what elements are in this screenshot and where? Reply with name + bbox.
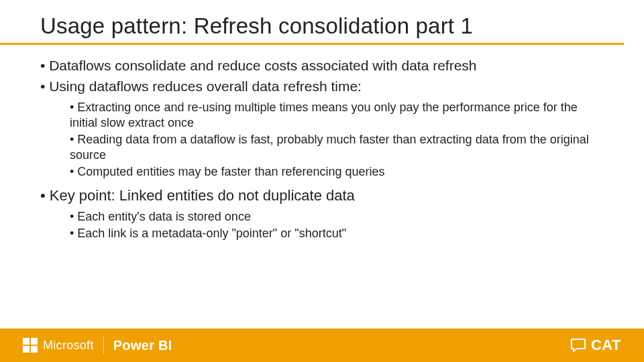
footer-divider [103,337,104,354]
microsoft-logo: Microsoft [23,338,94,353]
bullet-text: Dataflows consolidate and reduce costs a… [49,58,476,73]
bullet-item-keypoint: Key point: Linked entities do not duplic… [40,186,604,241]
bullet-text: Key point: Linked entities do not duplic… [50,187,355,204]
chat-bubble-icon [570,337,587,353]
sub-bullet-text: Each link is a metadata-only "pointer" o… [77,227,346,240]
sub-bullet-item: Computed entities may be faster than ref… [70,164,604,180]
bullet-list: Dataflows consolidate and reduce costs a… [40,57,604,241]
sub-bullet-item: Each entity's data is stored once [70,209,604,225]
sub-bullet-list: Each entity's data is stored once Each l… [40,209,604,241]
sub-bullet-item: Extracting once and re-using multiple ti… [70,100,604,131]
microsoft-label: Microsoft [43,339,94,353]
slide: Usage pattern: Refresh consolidation par… [0,0,644,362]
sub-bullet-list: Extracting once and re-using multiple ti… [40,100,604,180]
sub-bullet-item: Each link is a metadata-only "pointer" o… [70,226,604,241]
sub-bullet-text: Computed entities may be faster than ref… [77,165,384,178]
bullet-item: Using dataflows reduces overall data ref… [40,78,604,180]
cat-label: CAT [591,337,621,354]
powerbi-label: Power BI [113,338,172,353]
sub-bullet-text: Each entity's data is stored once [77,210,251,223]
sub-bullet-item: Reading data from a dataflow is fast, pr… [70,132,604,163]
sub-bullet-text: Extracting once and re-using multiple ti… [70,101,578,129]
cat-logo: CAT [570,337,621,354]
footer-bar: Microsoft Power BI CAT [0,328,644,362]
footer-left: Microsoft Power BI [23,337,172,354]
microsoft-grid-icon [23,338,38,353]
sub-bullet-text: Reading data from a dataflow is fast, pr… [70,133,589,162]
bullet-text: Using dataflows reduces overall data ref… [49,78,362,94]
slide-title: Usage pattern: Refresh consolidation par… [0,0,624,45]
slide-body: Dataflows consolidate and reduce costs a… [0,45,644,241]
bullet-item: Dataflows consolidate and reduce costs a… [40,57,604,75]
